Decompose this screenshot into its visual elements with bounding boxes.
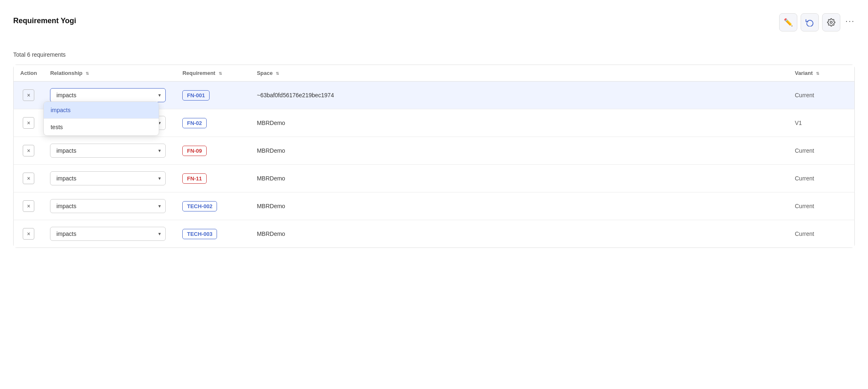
space-sort-icon: ⇅ bbox=[276, 71, 279, 76]
requirement-badge[interactable]: FN-11 bbox=[182, 173, 206, 184]
relationship-select[interactable]: impactstests bbox=[50, 171, 166, 185]
requirement-badge[interactable]: FN-09 bbox=[182, 146, 206, 156]
requirement-badge[interactable]: FN-02 bbox=[182, 118, 206, 128]
requirement-cell: FN-11 bbox=[176, 165, 250, 192]
remove-row-button[interactable]: × bbox=[23, 228, 34, 240]
header: Requirement Yogi ✏️ ··· bbox=[13, 10, 855, 31]
total-requirements-label: Total 6 requirements bbox=[13, 51, 855, 58]
action-cell: × bbox=[14, 109, 43, 137]
table-header-row: Action Relationship ⇅ Requirement ⇅ Spac… bbox=[14, 65, 854, 82]
space-cell: ~63baf0fd56176e219bec1974 bbox=[250, 82, 788, 109]
space-cell: MBRDemo bbox=[250, 220, 788, 248]
variant-cell: V1 bbox=[788, 109, 854, 137]
relationship-select[interactable]: impactstests bbox=[50, 144, 166, 158]
requirement-badge[interactable]: TECH-003 bbox=[182, 229, 217, 239]
dropdown-item[interactable]: tests bbox=[44, 119, 159, 135]
refresh-button[interactable] bbox=[801, 13, 819, 31]
col-variant-header: Variant ⇅ bbox=[788, 65, 854, 82]
space-cell: MBRDemo bbox=[250, 165, 788, 192]
remove-row-button[interactable]: × bbox=[23, 173, 34, 184]
remove-row-button[interactable]: × bbox=[23, 117, 34, 129]
table-row: ×impactstests▾TECH-002MBRDemoCurrent bbox=[14, 192, 854, 220]
remove-row-button[interactable]: × bbox=[23, 145, 34, 156]
requirement-cell: FN-09 bbox=[176, 137, 250, 165]
relationship-cell: impactstests▾impactstests bbox=[43, 82, 176, 109]
settings-button[interactable] bbox=[822, 13, 840, 31]
app-container: Requirement Yogi ✏️ ··· bbox=[0, 0, 868, 258]
requirements-table-wrapper: Action Relationship ⇅ Requirement ⇅ Spac… bbox=[13, 65, 855, 248]
requirements-table: Action Relationship ⇅ Requirement ⇅ Spac… bbox=[14, 65, 854, 247]
relationship-cell: impactstests▾ bbox=[43, 220, 176, 248]
variant-sort-icon: ⇅ bbox=[816, 71, 819, 76]
variant-cell: Current bbox=[788, 192, 854, 220]
action-cell: × bbox=[14, 137, 43, 165]
col-action-header: Action bbox=[14, 65, 43, 82]
requirement-badge[interactable]: TECH-002 bbox=[182, 201, 217, 211]
relationship-select[interactable]: impactstests bbox=[50, 199, 166, 213]
remove-row-button[interactable]: × bbox=[23, 89, 34, 101]
toolbar: ✏️ bbox=[779, 13, 840, 31]
requirement-cell: TECH-003 bbox=[176, 220, 250, 248]
action-cell: × bbox=[14, 220, 43, 248]
edit-button[interactable]: ✏️ bbox=[779, 13, 797, 31]
table-row: ×impactstests▾FN-11MBRDemoCurrent bbox=[14, 165, 854, 192]
table-row: ×impactstests▾FN-09MBRDemoCurrent bbox=[14, 137, 854, 165]
relationship-select[interactable]: impactstests bbox=[50, 88, 166, 102]
action-cell: × bbox=[14, 165, 43, 192]
requirement-cell: FN-02 bbox=[176, 109, 250, 137]
col-space-header: Space ⇅ bbox=[250, 65, 788, 82]
variant-cell: Current bbox=[788, 220, 854, 248]
space-cell: MBRDemo bbox=[250, 192, 788, 220]
relationship-cell: impactstests▾ bbox=[43, 165, 176, 192]
action-cell: × bbox=[14, 192, 43, 220]
variant-cell: Current bbox=[788, 82, 854, 109]
variant-cell: Current bbox=[788, 137, 854, 165]
header-right: ✏️ ··· bbox=[779, 10, 855, 31]
col-requirement-header: Requirement ⇅ bbox=[176, 65, 250, 82]
relationship-select[interactable]: impactstests bbox=[50, 227, 166, 241]
remove-row-button[interactable]: × bbox=[23, 200, 34, 212]
svg-point-0 bbox=[830, 22, 832, 24]
app-title: Requirement Yogi bbox=[13, 17, 76, 25]
relationship-dropdown: impactstests bbox=[43, 101, 159, 136]
dropdown-item[interactable]: impacts bbox=[44, 102, 159, 118]
action-cell: × bbox=[14, 82, 43, 109]
table-row: ×impactstests▾impactstestsFN-001~63baf0f… bbox=[14, 82, 854, 109]
relationship-sort-icon: ⇅ bbox=[86, 71, 89, 76]
table-row: ×impactstests▾TECH-003MBRDemoCurrent bbox=[14, 220, 854, 248]
requirement-sort-icon: ⇅ bbox=[219, 71, 222, 76]
variant-cell: Current bbox=[788, 165, 854, 192]
space-cell: MBRDemo bbox=[250, 137, 788, 165]
more-menu-button[interactable]: ··· bbox=[845, 16, 855, 26]
requirement-cell: FN-001 bbox=[176, 82, 250, 109]
requirement-cell: TECH-002 bbox=[176, 192, 250, 220]
col-relationship-header: Relationship ⇅ bbox=[43, 65, 176, 82]
requirement-badge[interactable]: FN-001 bbox=[182, 90, 209, 101]
relationship-cell: impactstests▾ bbox=[43, 192, 176, 220]
relationship-cell: impactstests▾ bbox=[43, 137, 176, 165]
space-cell: MBRDemo bbox=[250, 109, 788, 137]
